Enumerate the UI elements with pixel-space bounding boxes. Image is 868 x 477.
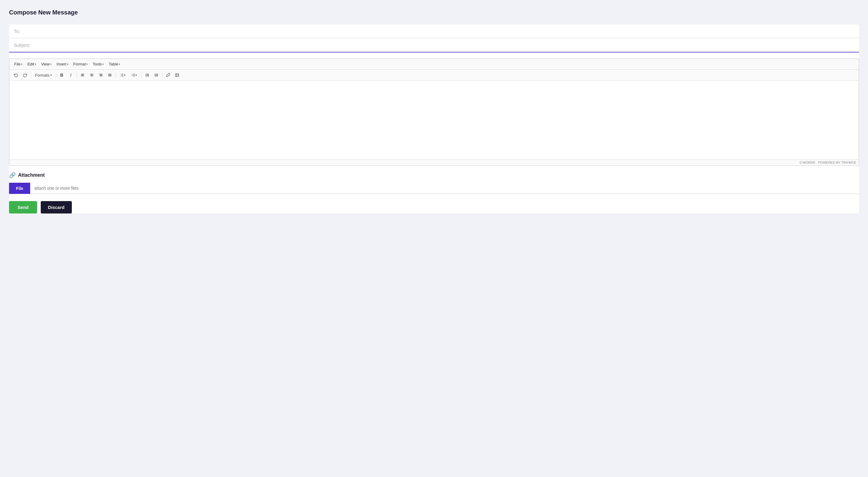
numbered-list-icon bbox=[131, 73, 135, 77]
svg-point-19 bbox=[120, 74, 121, 74]
subject-field-row bbox=[9, 38, 859, 53]
word-count: 0 WORDS POWERED BY TINYMCE bbox=[800, 161, 856, 164]
italic-button[interactable]: I bbox=[67, 71, 75, 79]
link-button[interactable] bbox=[164, 71, 172, 79]
editor-menubar: File ▾ Edit ▾ View ▾ Insert ▾ Format ▾ T… bbox=[9, 59, 859, 70]
attachment-icon: 🔗 bbox=[9, 172, 16, 178]
numbered-list-button[interactable]: ▾ bbox=[129, 71, 140, 79]
align-center-button[interactable] bbox=[88, 71, 96, 79]
undo-button[interactable] bbox=[12, 71, 20, 79]
discard-button[interactable]: Discard bbox=[41, 201, 72, 213]
align-left-button[interactable] bbox=[79, 71, 87, 79]
toolbar-separator bbox=[31, 72, 31, 78]
chevron-down-icon: ▾ bbox=[124, 74, 126, 77]
indent-button[interactable] bbox=[152, 71, 161, 79]
redo-icon bbox=[23, 73, 27, 77]
rich-text-editor: File ▾ Edit ▾ View ▾ Insert ▾ Format ▾ T… bbox=[9, 59, 859, 166]
align-left-icon bbox=[81, 73, 85, 77]
bold-icon: B bbox=[60, 73, 63, 77]
toolbar-separator-4 bbox=[116, 72, 116, 78]
chevron-down-icon: ▾ bbox=[35, 63, 36, 66]
menu-tools[interactable]: Tools ▾ bbox=[91, 61, 105, 68]
formats-dropdown[interactable]: Formats ▾ bbox=[33, 72, 54, 78]
editor-footer: 0 WORDS POWERED BY TINYMCE bbox=[9, 159, 859, 166]
page-title: Compose New Message bbox=[9, 9, 859, 16]
attachment-input-row: File bbox=[9, 183, 859, 194]
chevron-down-icon: ▾ bbox=[21, 63, 23, 66]
chevron-down-icon: ▾ bbox=[51, 74, 52, 77]
menu-view[interactable]: View ▾ bbox=[39, 61, 54, 68]
svg-point-21 bbox=[120, 76, 121, 76]
chevron-down-icon: ▾ bbox=[135, 74, 137, 77]
justify-icon bbox=[108, 73, 112, 77]
chevron-down-icon: ▾ bbox=[86, 63, 88, 66]
bullet-list-icon bbox=[120, 73, 124, 77]
chevron-down-icon: ▾ bbox=[102, 63, 104, 66]
image-button[interactable] bbox=[173, 71, 181, 79]
chevron-down-icon: ▾ bbox=[119, 63, 120, 66]
indent-icon bbox=[154, 73, 158, 77]
align-center-icon bbox=[90, 73, 94, 77]
send-button[interactable]: Send bbox=[9, 201, 37, 213]
menu-format[interactable]: Format ▾ bbox=[71, 61, 90, 68]
menu-file[interactable]: File ▾ bbox=[12, 61, 25, 68]
menu-table[interactable]: Table ▾ bbox=[107, 61, 122, 68]
toolbar-separator-6 bbox=[162, 72, 162, 78]
attachment-input[interactable] bbox=[30, 183, 859, 194]
undo-icon bbox=[14, 73, 18, 77]
chevron-down-icon: ▾ bbox=[50, 63, 52, 66]
file-button[interactable]: File bbox=[9, 183, 30, 194]
to-input[interactable] bbox=[14, 29, 854, 34]
image-icon bbox=[175, 73, 179, 77]
attachment-title: 🔗 Attachment bbox=[9, 172, 859, 178]
outdent-button[interactable] bbox=[143, 71, 152, 79]
align-right-icon bbox=[99, 73, 103, 77]
link-icon bbox=[166, 73, 170, 77]
svg-point-34 bbox=[176, 74, 177, 75]
justify-button[interactable] bbox=[105, 71, 114, 79]
toolbar-separator-2 bbox=[56, 72, 56, 78]
to-field-row bbox=[9, 25, 859, 38]
attachment-section: 🔗 Attachment File bbox=[9, 172, 859, 194]
action-buttons: Send Discard bbox=[9, 201, 859, 213]
italic-icon: I bbox=[70, 73, 71, 77]
subject-input[interactable] bbox=[14, 42, 854, 48]
chevron-down-icon: ▾ bbox=[67, 63, 68, 66]
compose-form: File ▾ Edit ▾ View ▾ Insert ▾ Format ▾ T… bbox=[9, 25, 859, 213]
svg-point-20 bbox=[120, 75, 121, 75]
menu-insert[interactable]: Insert ▾ bbox=[55, 61, 70, 68]
toolbar-separator-5 bbox=[141, 72, 142, 78]
editor-toolbar: Formats ▾ B I bbox=[9, 70, 859, 81]
align-right-button[interactable] bbox=[97, 71, 105, 79]
bullet-list-button[interactable]: ▾ bbox=[117, 71, 128, 79]
bold-button[interactable]: B bbox=[58, 71, 66, 79]
redo-button[interactable] bbox=[21, 71, 29, 79]
outdent-icon bbox=[145, 73, 149, 77]
menu-edit[interactable]: Edit ▾ bbox=[26, 61, 38, 68]
editor-content-area[interactable] bbox=[9, 81, 859, 159]
